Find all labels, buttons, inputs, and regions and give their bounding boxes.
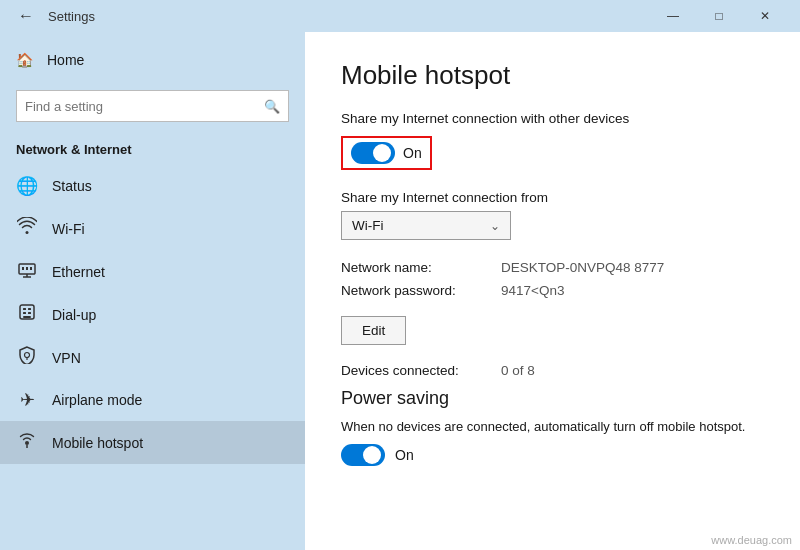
search-icon: 🔍: [264, 99, 280, 114]
svg-rect-3: [30, 267, 32, 270]
maximize-button[interactable]: □: [696, 0, 742, 32]
svg-point-14: [25, 441, 29, 445]
network-password-label: Network password:: [341, 283, 501, 298]
sidebar-item-label: Ethernet: [52, 264, 105, 280]
devices-connected-label: Devices connected:: [341, 363, 501, 378]
chevron-down-icon: ⌄: [490, 219, 500, 233]
toggle-thumb: [363, 446, 381, 464]
share-from-group: Share my Internet connection from Wi-Fi …: [341, 190, 764, 240]
svg-rect-1: [22, 267, 24, 270]
page-title: Mobile hotspot: [341, 60, 764, 91]
hotspot-icon: [16, 431, 38, 454]
svg-point-12: [25, 353, 30, 358]
power-saving-toggle-label: On: [395, 447, 414, 463]
share-label: Share my Internet connection with other …: [341, 111, 764, 126]
close-button[interactable]: ✕: [742, 0, 788, 32]
window-controls: — □ ✕: [650, 0, 788, 32]
network-name-row: Network name: DESKTOP-0NVPQ48 8777: [341, 260, 764, 275]
wifi-icon: [16, 217, 38, 240]
sidebar-home-label: Home: [47, 52, 84, 68]
sidebar-item-dialup[interactable]: Dial-up: [0, 293, 305, 336]
power-saving-heading: Power saving: [341, 388, 764, 409]
power-saving-toggle[interactable]: [341, 444, 385, 466]
main-content: Mobile hotspot Share my Internet connect…: [305, 32, 800, 550]
svg-rect-10: [23, 312, 26, 314]
svg-rect-9: [28, 308, 31, 310]
svg-rect-8: [23, 308, 26, 310]
app-container: 🏠 Home 🔍 Network & Internet 🌐 Status: [0, 32, 800, 550]
sidebar-item-label: Status: [52, 178, 92, 194]
network-name-value: DESKTOP-0NVPQ48 8777: [501, 260, 664, 275]
network-name-label: Network name:: [341, 260, 501, 275]
ethernet-icon: [16, 260, 38, 283]
network-password-value: 9417<Qn3: [501, 283, 564, 298]
sidebar-item-ethernet[interactable]: Ethernet: [0, 250, 305, 293]
watermark: www.deuag.com: [711, 534, 792, 546]
connection-dropdown[interactable]: Wi-Fi ⌄: [341, 211, 511, 240]
sidebar-section-title: Network & Internet: [0, 138, 305, 165]
sidebar-search-box[interactable]: 🔍: [16, 90, 289, 122]
svg-rect-2: [26, 267, 28, 270]
sidebar-item-status[interactable]: 🌐 Status: [0, 165, 305, 207]
power-saving-toggle-row: On: [341, 444, 764, 466]
search-input[interactable]: [25, 99, 264, 114]
sidebar-item-wifi[interactable]: Wi-Fi: [0, 207, 305, 250]
airplane-icon: ✈: [16, 389, 38, 411]
sidebar-item-vpn[interactable]: VPN: [0, 336, 305, 379]
back-button[interactable]: ←: [12, 2, 40, 30]
sidebar-item-airplane[interactable]: ✈ Airplane mode: [0, 379, 305, 421]
sidebar-item-label: Mobile hotspot: [52, 435, 143, 451]
dialup-icon: [16, 303, 38, 326]
home-icon: 🏠: [16, 52, 33, 68]
sidebar-item-label: Dial-up: [52, 307, 96, 323]
dropdown-value: Wi-Fi: [352, 218, 383, 233]
sidebar-item-label: Wi-Fi: [52, 221, 85, 237]
devices-connected-value: 0 of 8: [501, 363, 535, 378]
toggle-thumb: [373, 144, 391, 162]
edit-button[interactable]: Edit: [341, 316, 406, 345]
sidebar-item-home[interactable]: 🏠 Home: [0, 42, 305, 78]
main-toggle-row: On: [341, 136, 764, 170]
titlebar-title: Settings: [48, 9, 650, 24]
status-icon: 🌐: [16, 175, 38, 197]
vpn-icon: [16, 346, 38, 369]
sidebar-item-label: Airplane mode: [52, 392, 142, 408]
devices-connected-row: Devices connected: 0 of 8: [341, 363, 764, 378]
network-password-row: Network password: 9417<Qn3: [341, 283, 764, 298]
svg-rect-11: [28, 312, 31, 314]
minimize-button[interactable]: —: [650, 0, 696, 32]
sidebar-item-label: VPN: [52, 350, 81, 366]
sidebar-item-hotspot[interactable]: Mobile hotspot: [0, 421, 305, 464]
share-from-label: Share my Internet connection from: [341, 190, 764, 205]
titlebar: ← Settings — □ ✕: [0, 0, 800, 32]
toggle-on-label: On: [403, 145, 422, 161]
hotspot-toggle[interactable]: [351, 142, 395, 164]
power-saving-desc: When no devices are connected, automatic…: [341, 419, 764, 434]
sidebar: 🏠 Home 🔍 Network & Internet 🌐 Status: [0, 32, 305, 550]
toggle-highlighted-box: On: [341, 136, 432, 170]
